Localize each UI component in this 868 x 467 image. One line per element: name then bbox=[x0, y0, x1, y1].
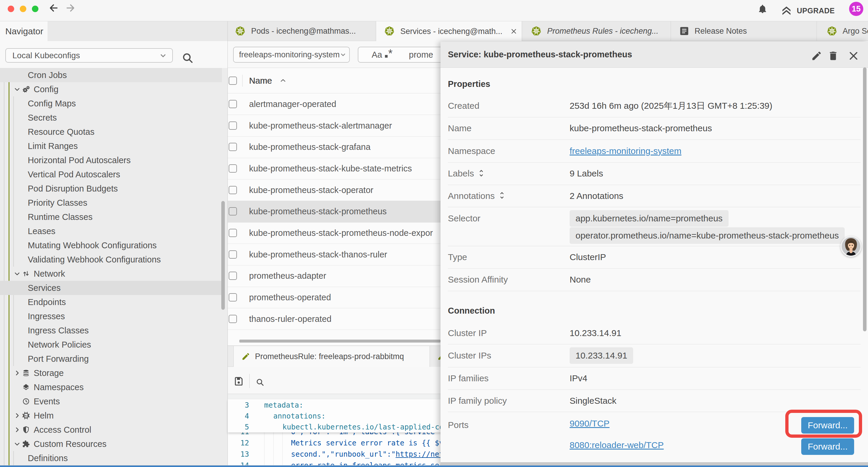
row-checkbox[interactable] bbox=[229, 272, 237, 280]
editor-search-button[interactable] bbox=[255, 378, 265, 388]
sidebar-item-horizontal-pod-autoscalers[interactable]: Horizontal Pod Autoscalers bbox=[0, 153, 222, 167]
notifications-button[interactable] bbox=[757, 4, 768, 15]
sidebar-item-secrets[interactable]: Secrets bbox=[0, 111, 222, 125]
table-hscrollbar[interactable] bbox=[239, 340, 440, 343]
save-button[interactable] bbox=[234, 376, 244, 387]
sidebar-item-runtime-classes[interactable]: Runtime Classes bbox=[0, 210, 222, 224]
row-value: kube-prometheus-stack-prometheus bbox=[569, 117, 712, 140]
match-case-toggle[interactable]: Aa bbox=[372, 50, 382, 60]
sidebar-item-config[interactable]: Config bbox=[0, 82, 222, 96]
select-all-checkbox[interactable] bbox=[229, 77, 237, 85]
delete-button[interactable] bbox=[828, 50, 839, 63]
sidebar-item-label: Definitions bbox=[28, 454, 68, 463]
tab-argo[interactable]: Argo Se bbox=[817, 21, 868, 41]
tab-release-notes[interactable]: Release Notes bbox=[671, 21, 816, 41]
tab-prometheus-rules[interactable]: Prometheus Rules - icecheng... bbox=[523, 21, 671, 41]
sidebar-item-validating-webhook-configurations[interactable]: Validating Webhook Configurations bbox=[0, 253, 222, 267]
sidebar-item-label: Network bbox=[34, 269, 65, 279]
panel-row-ip_families: IP familiesIPv4 bbox=[448, 367, 861, 389]
chip-text: operator.prometheus.io/name=kube-prometh… bbox=[576, 231, 839, 241]
sidebar-divider[interactable] bbox=[227, 21, 228, 467]
port-link-8080[interactable]: 8080:reloader-web/TCP bbox=[569, 440, 664, 450]
traffic-light-zoom[interactable] bbox=[32, 6, 38, 12]
close-panel-button[interactable] bbox=[848, 50, 859, 63]
sidebar-search-button[interactable] bbox=[181, 52, 194, 65]
sidebar-item-custom-resources[interactable]: Custom Resources bbox=[0, 437, 222, 451]
sidebar-item-resource-quotas[interactable]: Resource Quotas bbox=[0, 125, 222, 139]
avatar-image bbox=[840, 236, 862, 257]
tab-services[interactable]: Services - icecheng@math... bbox=[376, 21, 522, 41]
sidebar-item-storage[interactable]: Storage bbox=[0, 366, 222, 380]
editor-indent-guide bbox=[264, 432, 265, 467]
namespace-select[interactable]: freeleaps-monitoring-system bbox=[233, 47, 350, 63]
kubeconfig-select[interactable]: Local Kubeconfigs bbox=[5, 48, 173, 63]
tree-item-icon bbox=[22, 398, 30, 407]
search-input[interactable]: prome bbox=[409, 50, 433, 60]
chip-text: app.kubernetes.io/name=prometheus bbox=[576, 213, 723, 224]
row-checkbox[interactable] bbox=[229, 250, 237, 259]
sidebar-item-vertical-pod-autoscalers[interactable]: Vertical Pod Autoscalers bbox=[0, 167, 222, 181]
dock-tab-prometheusrule[interactable]: PrometheusRule: freeleaps-prod-rabbitmq bbox=[234, 346, 430, 367]
sidebar-scrollbar[interactable] bbox=[221, 201, 225, 310]
sidebar-item-namespaces[interactable]: Namespaces bbox=[0, 380, 222, 394]
sidebar-item-ingresses[interactable]: Ingresses bbox=[0, 309, 222, 323]
sidebar-item-label: Runtime Classes bbox=[28, 212, 92, 222]
column-header-name[interactable]: Name bbox=[249, 68, 272, 93]
row-checkbox[interactable] bbox=[229, 186, 237, 194]
sidebar-item-pod-disruption-budgets[interactable]: Pod Disruption Budgets bbox=[0, 181, 222, 196]
panel-row-type: TypeClusterIP bbox=[448, 246, 861, 268]
caret-up-icon bbox=[279, 77, 287, 85]
sidebar-item-helm[interactable]: HELM Helm bbox=[0, 408, 222, 423]
sidebar-item-network-policies[interactable]: Network Policies bbox=[0, 338, 222, 352]
sidebar-item-access-control[interactable]: Access Control bbox=[0, 423, 222, 437]
sidebar-item-definitions[interactable]: Definitions bbox=[0, 451, 222, 465]
tab-close-button[interactable] bbox=[510, 28, 518, 36]
row-checkbox[interactable] bbox=[229, 121, 237, 130]
storage-icon bbox=[22, 369, 30, 377]
sidebar-item-ingress-classes[interactable]: Ingress Classes bbox=[0, 323, 222, 338]
sidebar-item-events[interactable]: Events bbox=[0, 394, 222, 408]
sidebar-item-cron-jobs[interactable]: Cron Jobs bbox=[0, 68, 222, 82]
port-link-9090[interactable]: 9090/TCP bbox=[569, 418, 610, 428]
row-checkbox[interactable] bbox=[229, 315, 237, 323]
edit-button[interactable] bbox=[811, 50, 822, 63]
panel-scrollbar[interactable] bbox=[863, 67, 867, 331]
row-value: ClusterIP bbox=[569, 246, 606, 268]
sidebar-item-services[interactable]: Services bbox=[0, 281, 222, 295]
back-button[interactable] bbox=[48, 3, 59, 14]
tree-chevron bbox=[13, 440, 21, 450]
namespace-link[interactable]: freeleaps-monitoring-system bbox=[569, 146, 681, 156]
regex-toggle[interactable]: * bbox=[388, 47, 393, 60]
line-number: 4 bbox=[228, 412, 249, 420]
code-link[interactable]: https://netw bbox=[396, 450, 448, 459]
notification-badge[interactable]: 15 bbox=[849, 2, 863, 16]
row-checkbox[interactable] bbox=[229, 229, 237, 237]
traffic-light-close[interactable] bbox=[8, 6, 14, 12]
unfold-icon[interactable] bbox=[477, 169, 486, 180]
row-checkbox[interactable] bbox=[229, 143, 237, 151]
sidebar-item-mutating-webhook-configurations[interactable]: Mutating Webhook Configurations bbox=[0, 238, 222, 253]
traffic-light-minimize[interactable] bbox=[20, 6, 26, 12]
forward-button-8080[interactable]: Forward... bbox=[801, 438, 854, 455]
sidebar-item-network[interactable]: Network bbox=[0, 267, 222, 281]
close-icon bbox=[510, 28, 518, 35]
row-checkbox[interactable] bbox=[229, 207, 237, 215]
row-label: Session Affinity bbox=[448, 268, 508, 291]
forward-button[interactable] bbox=[65, 3, 76, 14]
unfold-icon[interactable] bbox=[498, 191, 506, 202]
service-name: prometheus-operated bbox=[249, 293, 331, 302]
sidebar-item-config-maps[interactable]: Config Maps bbox=[0, 96, 222, 111]
avatar[interactable] bbox=[840, 236, 862, 257]
sidebar-item-leases[interactable]: Leases bbox=[0, 224, 222, 238]
service-name: kube-prometheus-stack-operator bbox=[249, 185, 373, 195]
tab-pods[interactable]: Pods - icecheng@mathmas... bbox=[228, 21, 375, 41]
sidebar-item-endpoints[interactable]: Endpoints bbox=[0, 295, 222, 309]
upgrade-button[interactable]: UPGRADE bbox=[781, 0, 835, 21]
sidebar-item-priority-classes[interactable]: Priority Classes bbox=[0, 196, 222, 210]
sidebar-item-limit-ranges[interactable]: Limit Ranges bbox=[0, 139, 222, 153]
chevron-down-icon bbox=[13, 440, 21, 448]
sidebar-item-port-forwarding[interactable]: Port Forwarding bbox=[0, 352, 222, 366]
row-checkbox[interactable] bbox=[229, 100, 237, 108]
row-checkbox[interactable] bbox=[229, 293, 237, 301]
row-checkbox[interactable] bbox=[229, 164, 237, 173]
